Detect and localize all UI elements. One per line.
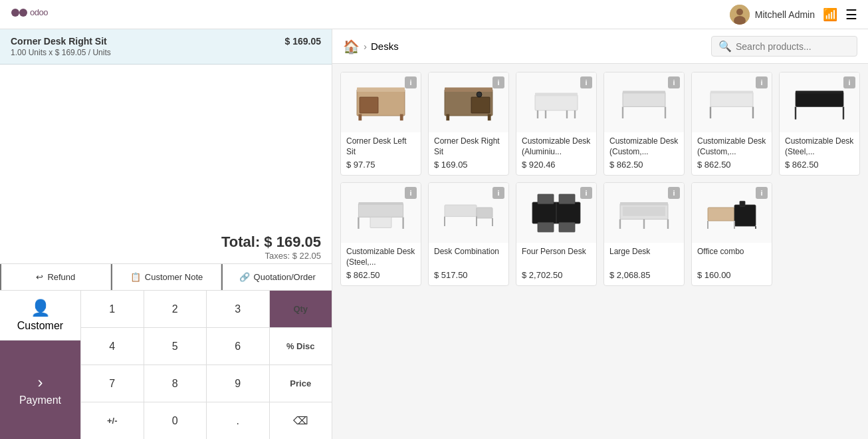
svg-rect-12 <box>471 97 490 113</box>
product-price: $ 160.00 <box>697 270 766 280</box>
numpad-5[interactable]: 5 <box>144 328 207 365</box>
search-bar: 🔍 <box>711 36 857 57</box>
customer-label: Customer <box>17 320 63 332</box>
numpad-1[interactable]: 1 <box>81 291 144 327</box>
numpad-9[interactable]: 9 <box>207 365 270 402</box>
quotation-order-button[interactable]: 🔗 Quotation/Order <box>221 264 332 290</box>
product-name: Desk Combination <box>434 247 503 268</box>
numpad-7[interactable]: 7 <box>81 365 144 402</box>
order-line-price: $ 169.05 <box>285 36 322 47</box>
numpad-price[interactable]: Price <box>270 365 332 402</box>
wifi-icon: 📶 <box>823 7 837 22</box>
product-info-icon[interactable]: i <box>405 187 417 199</box>
product-card[interactable]: i Customizable Desk (Custom,... $ 862.50 <box>691 72 772 176</box>
product-price: $ 2,702.50 <box>522 270 591 280</box>
note-icon: 📋 <box>130 272 141 282</box>
navbar-left: odoo <box>11 3 51 26</box>
product-card[interactable]: i Large Desk $ 2,068.85 <box>603 182 685 286</box>
numpad-row-1: 1 2 3 Qty <box>81 291 332 328</box>
numpad-4[interactable]: 4 <box>81 328 144 365</box>
numpad-3[interactable]: 3 <box>207 291 270 327</box>
product-info-icon[interactable]: i <box>492 76 504 88</box>
product-card[interactable]: i Customizable Desk (Steel,... $ 862.50 <box>779 72 860 176</box>
left-panel: Corner Desk Right Sit 1.00 Units x $ 169… <box>0 29 332 439</box>
main-content: Corner Desk Right Sit 1.00 Units x $ 169… <box>0 29 868 439</box>
order-line-detail: 1.00 Units x $ 169.05 / Units <box>11 48 111 57</box>
product-info-icon[interactable]: i <box>580 187 592 199</box>
product-card[interactable]: i Corner Desk Right Sit $ 169.05 <box>428 72 509 176</box>
numpad-8[interactable]: 8 <box>144 365 207 402</box>
product-card[interactable]: i Desk Combination $ 517.50 <box>428 182 509 286</box>
numpad-section: 👤 Customer › Payment 1 2 3 Qty <box>0 291 332 439</box>
svg-rect-35 <box>358 204 403 218</box>
numpad-backspace[interactable]: ⌫ <box>270 402 332 439</box>
search-input[interactable] <box>736 41 842 52</box>
product-info-icon[interactable]: i <box>580 76 592 88</box>
product-info-icon[interactable]: i <box>843 76 855 88</box>
svg-rect-27 <box>710 92 753 106</box>
quotation-label: Quotation/Order <box>254 272 316 282</box>
svg-point-16 <box>477 92 482 97</box>
product-card[interactable]: i Office combo $ 160.00 <box>691 182 772 286</box>
svg-point-1 <box>19 9 27 17</box>
product-name: Customizable Desk (Steel,... <box>785 136 854 158</box>
svg-rect-7 <box>360 97 378 113</box>
breadcrumb: 🏠 › Desks <box>343 39 399 55</box>
svg-rect-24 <box>623 90 665 93</box>
product-info-icon[interactable]: i <box>492 187 504 199</box>
svg-rect-49 <box>538 222 554 231</box>
refund-icon: ↩ <box>36 272 43 282</box>
total-amount: Total: $ 169.05 <box>11 233 321 251</box>
product-price: $ 920.46 <box>522 160 591 170</box>
product-card[interactable]: i Four Person Desk $ 2,702.50 <box>516 182 597 286</box>
svg-rect-9 <box>358 114 362 121</box>
breadcrumb-current: Desks <box>371 41 399 52</box>
breadcrumb-sep: › <box>364 41 367 52</box>
svg-rect-40 <box>445 205 477 217</box>
numpad-disc[interactable]: % Disc <box>270 328 332 365</box>
products-grid: i Corner Desk Left Sit $ 97.75 i Corner <box>332 64 868 439</box>
product-info-icon[interactable]: i <box>756 187 768 199</box>
product-card[interactable]: i Customizable Desk (Aluminiu... $ 920.4… <box>516 72 597 176</box>
numpad-row-2: 4 5 6 % Disc <box>81 328 332 365</box>
svg-rect-57 <box>708 208 734 221</box>
svg-rect-28 <box>710 90 753 93</box>
numpad-6[interactable]: 6 <box>207 328 270 365</box>
product-price: $ 169.05 <box>434 160 503 170</box>
svg-rect-39 <box>370 217 391 227</box>
numpad-plusminus[interactable]: +/- <box>81 402 144 439</box>
product-info-icon[interactable]: i <box>405 76 417 88</box>
product-price: $ 862.50 <box>697 160 766 170</box>
product-card[interactable]: i Customizable Desk (Steel,... $ 862.50 <box>340 182 421 286</box>
svg-rect-14 <box>446 114 449 121</box>
numpad-qty[interactable]: Qty <box>270 291 332 327</box>
product-name: Customizable Desk (Custom,... <box>697 136 766 158</box>
svg-rect-36 <box>358 202 403 205</box>
customer-button[interactable]: 👤 Customer <box>0 291 80 341</box>
svg-rect-52 <box>620 202 668 206</box>
product-card[interactable]: i Customizable Desk (Custom,... $ 862.50 <box>603 72 685 176</box>
product-name: Four Person Desk <box>522 247 591 268</box>
product-card[interactable]: i Corner Desk Left Sit $ 97.75 <box>340 72 421 176</box>
numpad-0[interactable]: 0 <box>144 402 207 439</box>
product-info-icon[interactable]: i <box>756 76 768 88</box>
payment-button[interactable]: › Payment <box>0 341 80 439</box>
product-header: 🏠 › Desks 🔍 <box>332 29 868 64</box>
numpad-dot[interactable]: . <box>207 402 270 439</box>
product-info-icon[interactable]: i <box>668 187 680 199</box>
home-icon[interactable]: 🏠 <box>343 39 360 55</box>
odoo-logo: odoo <box>11 3 51 26</box>
svg-rect-32 <box>796 90 843 93</box>
svg-rect-59 <box>740 201 745 206</box>
numpad-2[interactable]: 2 <box>144 291 207 327</box>
customer-note-label: Customer Note <box>145 272 203 282</box>
refund-button[interactable]: ↩ Refund <box>0 264 111 290</box>
refund-label: Refund <box>47 272 75 282</box>
customer-note-button[interactable]: 📋 Customer Note <box>111 264 222 290</box>
product-info-icon[interactable]: i <box>668 76 680 88</box>
product-price: $ 862.50 <box>346 270 415 280</box>
order-line-name: Corner Desk Right Sit <box>11 36 111 47</box>
svg-rect-23 <box>623 92 665 106</box>
hamburger-menu-icon[interactable]: ☰ <box>845 7 857 23</box>
product-name: Large Desk <box>609 247 679 268</box>
